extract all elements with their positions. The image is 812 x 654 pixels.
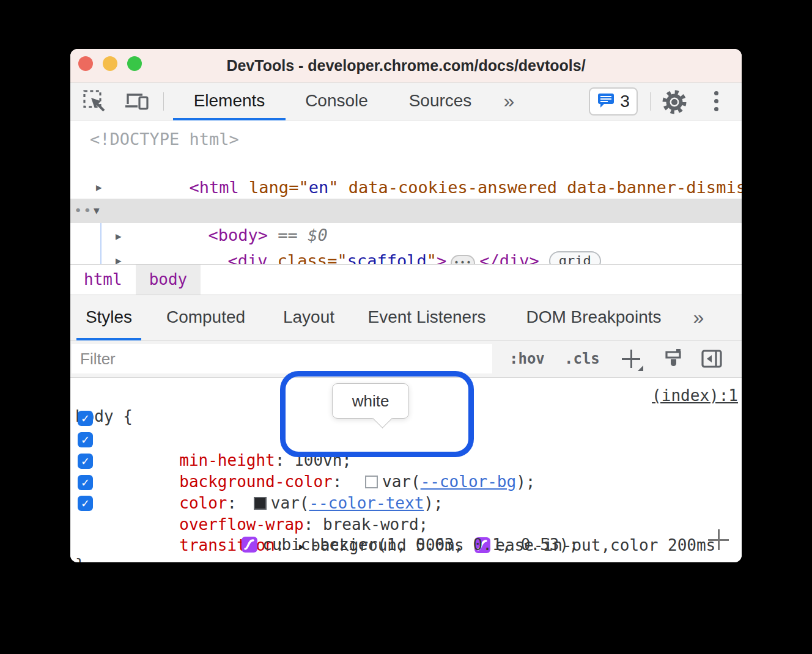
device-toolbar-icon[interactable] bbox=[124, 89, 150, 116]
dom-row-div-scaffold[interactable]: ▶ <div class="scaffold">•••</div>grid bbox=[70, 224, 742, 249]
dom-row-head[interactable]: ▶ <head>•••</head> bbox=[70, 175, 742, 200]
message-bubble-icon bbox=[597, 91, 615, 112]
tab-console[interactable]: Console bbox=[295, 83, 378, 120]
dom-row-body-selected[interactable]: ••• ▼ <body> == $0 bbox=[70, 199, 742, 223]
tab-sources[interactable]: Sources bbox=[397, 83, 483, 120]
breadcrumb-body[interactable]: body bbox=[136, 265, 201, 295]
sidebar-tab-bar: Styles Computed Layout Event Listeners D… bbox=[70, 295, 742, 340]
toolbar-divider bbox=[650, 92, 651, 111]
filter-input[interactable] bbox=[72, 344, 492, 373]
window-title: DevTools - developer.chrome.com/docs/dev… bbox=[70, 49, 742, 83]
messages-count: 3 bbox=[620, 92, 630, 111]
issues-messages-button[interactable]: 3 bbox=[589, 87, 638, 116]
dom-tree-panel: <!DOCTYPE html> <html lang="en" data-coo… bbox=[70, 120, 742, 264]
css-property-row-transition[interactable]: ✓ transition: ▶background 500ms ease-in-… bbox=[70, 493, 742, 514]
devtools-window: DevTools - developer.chrome.com/docs/dev… bbox=[70, 49, 742, 562]
tab-computed[interactable]: Computed bbox=[153, 295, 259, 340]
dom-row-html[interactable]: <html lang="en" data-cookies-answered da… bbox=[70, 151, 742, 175]
indent-guide-line bbox=[100, 223, 102, 264]
new-rule-plus-icon[interactable] bbox=[708, 529, 729, 550]
more-sidebar-tabs-icon[interactable]: » bbox=[685, 295, 712, 340]
inspect-element-icon[interactable] bbox=[83, 89, 107, 116]
dom-row-doctype[interactable]: <!DOCTYPE html> bbox=[70, 127, 742, 152]
element-classes-button[interactable]: .cls bbox=[564, 340, 600, 378]
tab-event-listeners[interactable]: Event Listeners bbox=[358, 295, 496, 340]
expand-arrow-icon[interactable]: ▶ bbox=[96, 175, 102, 200]
css-property-row-transition-cont[interactable]: cubic-bezier(1, 0.63, 0.1, 0.53); bbox=[70, 513, 742, 534]
more-tabs-icon[interactable]: » bbox=[495, 83, 523, 120]
collapse-arrow-icon[interactable]: ▼ bbox=[94, 199, 100, 223]
styles-filter-bar: :hov .cls bbox=[70, 340, 742, 378]
stage: DevTools - developer.chrome.com/docs/dev… bbox=[0, 0, 812, 654]
css-property-row-background-color[interactable]: ✓ background-color: var(--color-bg); bbox=[70, 430, 742, 450]
property-checkbox[interactable]: ✓ bbox=[78, 475, 93, 490]
tab-layout[interactable]: Layout bbox=[272, 295, 345, 340]
css-property-row-color[interactable]: ✓ color: var(--color-text); bbox=[70, 451, 742, 472]
css-value-tooltip: white bbox=[332, 383, 409, 419]
tab-elements[interactable]: Elements bbox=[173, 83, 286, 120]
rule-close-row: } bbox=[70, 534, 742, 554]
breadcrumb-html[interactable]: html bbox=[70, 265, 136, 295]
breadcrumb: html body bbox=[70, 264, 742, 295]
new-style-rule-icon[interactable] bbox=[622, 350, 643, 370]
rendering-paintbrush-icon[interactable] bbox=[662, 347, 687, 374]
title-bar[interactable]: DevTools - developer.chrome.com/docs/dev… bbox=[70, 49, 742, 83]
expand-arrow-icon[interactable]: ▶ bbox=[116, 224, 122, 249]
hover-state-button[interactable]: :hov bbox=[509, 340, 545, 378]
property-checkbox[interactable]: ✓ bbox=[78, 411, 93, 426]
property-checkbox[interactable]: ✓ bbox=[78, 432, 93, 447]
toggle-sidebar-panel-icon[interactable] bbox=[700, 347, 725, 374]
devtools-toolbar: Elements Console Sources » bbox=[70, 83, 742, 120]
css-property-row-overflow-wrap[interactable]: ✓ overflow-wrap: break-word; bbox=[70, 472, 742, 493]
tab-dom-breakpoints[interactable]: DOM Breakpoints bbox=[512, 295, 676, 340]
dom-row-announcement-banner[interactable]: ▶ <announcement-banner class="cookie-ban… bbox=[70, 249, 742, 264]
tooltip-text: white bbox=[352, 392, 389, 410]
kebab-menu-icon[interactable] bbox=[714, 91, 719, 115]
property-checkbox[interactable]: ✓ bbox=[78, 496, 93, 511]
toolbar-divider bbox=[163, 92, 164, 111]
stylesheet-source-link[interactable]: (index):1 bbox=[652, 385, 738, 406]
settings-gear-icon[interactable] bbox=[662, 90, 687, 117]
expand-arrow-icon[interactable]: ▶ bbox=[116, 249, 122, 264]
property-checkbox[interactable]: ✓ bbox=[78, 454, 93, 469]
tab-styles[interactable]: Styles bbox=[76, 295, 141, 340]
